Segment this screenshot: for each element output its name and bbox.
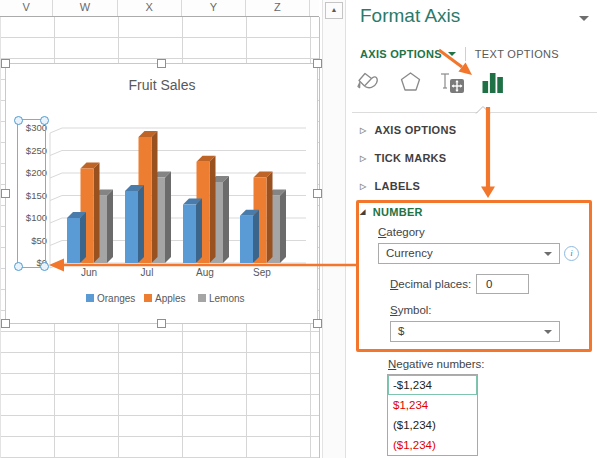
section-label: LABELS bbox=[374, 180, 420, 192]
column-header[interactable]: V bbox=[0, 0, 53, 16]
chart-resize-handle[interactable] bbox=[157, 59, 166, 68]
chart-resize-handle[interactable] bbox=[313, 59, 322, 68]
column-header-partial bbox=[310, 0, 319, 16]
decimal-places-input[interactable]: 0 bbox=[476, 274, 529, 294]
pane-menu-chevron-down-icon[interactable] bbox=[579, 16, 589, 26]
svg-text:Fruit Sales: Fruit Sales bbox=[129, 77, 196, 93]
svg-text:$200: $200 bbox=[26, 167, 47, 178]
svg-text:Jul: Jul bbox=[141, 267, 154, 278]
chart-resize-handle[interactable] bbox=[313, 319, 322, 328]
collapsed-arrow-icon: ▷ bbox=[360, 126, 366, 135]
expanded-arrow-icon: ◢ bbox=[360, 208, 366, 216]
column-header[interactable]: W bbox=[53, 0, 117, 16]
pane-icon-row bbox=[356, 70, 504, 94]
vertical-scrollbar[interactable] bbox=[322, 0, 346, 458]
tab-axis-options[interactable]: AXIS OPTIONS bbox=[360, 48, 442, 60]
column-header[interactable]: X bbox=[118, 0, 182, 16]
pane-divider bbox=[352, 112, 597, 113]
symbol-value: $ bbox=[398, 325, 404, 337]
svg-text:$0: $0 bbox=[36, 257, 47, 268]
category-label: Category bbox=[378, 226, 425, 238]
section-tick-marks[interactable]: ▷ TICK MARKS bbox=[360, 152, 447, 164]
section-label: TICK MARKS bbox=[374, 152, 446, 164]
size-properties-icon[interactable] bbox=[439, 70, 465, 94]
negative-format-option[interactable]: ($1,234) bbox=[388, 435, 477, 455]
chevron-down-icon bbox=[544, 252, 552, 260]
tab-divider bbox=[465, 47, 466, 61]
negative-format-option[interactable]: $1,234 bbox=[388, 395, 477, 415]
svg-text:$300: $300 bbox=[26, 122, 47, 133]
scroll-up-icon: ▲ bbox=[331, 6, 338, 13]
category-dropdown[interactable]: Currency bbox=[378, 243, 560, 264]
section-labels[interactable]: ▷ LABELS bbox=[360, 180, 420, 192]
section-axis-options[interactable]: ▷ AXIS OPTIONS bbox=[360, 124, 456, 136]
tab-text-options[interactable]: TEXT OPTIONS bbox=[475, 48, 559, 60]
axis-options-dropdown-icon[interactable] bbox=[448, 52, 456, 60]
info-icon[interactable]: i bbox=[564, 246, 579, 261]
scroll-up-button[interactable]: ▲ bbox=[325, 2, 343, 19]
column-header[interactable]: Z bbox=[246, 0, 310, 16]
svg-text:Aug: Aug bbox=[196, 267, 214, 278]
negative-numbers-label: Negative numbers: bbox=[388, 358, 485, 370]
decimal-places-label: Decimal places: bbox=[390, 278, 471, 290]
chart-svg[interactable]: Fruit Sales$0$50$100$150$200$250$300JunJ… bbox=[6, 64, 317, 323]
fill-line-icon[interactable] bbox=[356, 70, 382, 94]
symbol-dropdown[interactable]: $ bbox=[390, 321, 560, 342]
axis-options-chart-icon[interactable] bbox=[482, 70, 504, 94]
negative-format-option[interactable]: -$1,234 bbox=[388, 375, 477, 395]
category-value: Currency bbox=[386, 247, 433, 259]
svg-text:$100: $100 bbox=[26, 212, 47, 223]
column-header[interactable]: Y bbox=[182, 0, 246, 16]
fruit-sales-chart[interactable]: Fruit Sales$0$50$100$150$200$250$300JunJ… bbox=[5, 63, 318, 324]
section-number[interactable]: ◢ NUMBER bbox=[360, 206, 423, 218]
effects-icon[interactable] bbox=[399, 70, 422, 94]
negative-format-option[interactable]: ($1,234) bbox=[388, 415, 477, 435]
negative-numbers-list[interactable]: -$1,234$1,234($1,234)($1,234) bbox=[387, 374, 478, 456]
svg-text:Sep: Sep bbox=[253, 267, 271, 278]
chart-resize-handle[interactable] bbox=[1, 189, 10, 198]
svg-text:$150: $150 bbox=[26, 190, 47, 201]
pane-tabs: AXIS OPTIONS TEXT OPTIONS bbox=[360, 47, 559, 61]
chart-resize-handle[interactable] bbox=[1, 319, 10, 328]
section-label: AXIS OPTIONS bbox=[374, 124, 456, 136]
symbol-label: Symbol: bbox=[390, 304, 432, 316]
chart-resize-handle[interactable] bbox=[1, 59, 10, 68]
collapsed-arrow-icon: ▷ bbox=[360, 182, 366, 191]
column-headers: V W X Y Z bbox=[0, 0, 319, 17]
chart-resize-handle[interactable] bbox=[157, 319, 166, 328]
svg-text:Lemons: Lemons bbox=[209, 293, 245, 304]
svg-text:$50: $50 bbox=[31, 235, 47, 246]
collapsed-arrow-icon: ▷ bbox=[360, 154, 366, 163]
svg-text:Apples: Apples bbox=[155, 293, 186, 304]
svg-text:Jun: Jun bbox=[81, 267, 97, 278]
svg-text:$250: $250 bbox=[26, 145, 47, 156]
pane-title: Format Axis bbox=[360, 5, 460, 27]
format-axis-pane: Format Axis AXIS OPTIONS TEXT OPTIONS bbox=[346, 0, 603, 458]
chart-resize-handle[interactable] bbox=[313, 189, 322, 198]
chevron-down-icon bbox=[544, 330, 552, 338]
svg-text:Oranges: Oranges bbox=[97, 293, 135, 304]
section-label: NUMBER bbox=[373, 206, 423, 218]
